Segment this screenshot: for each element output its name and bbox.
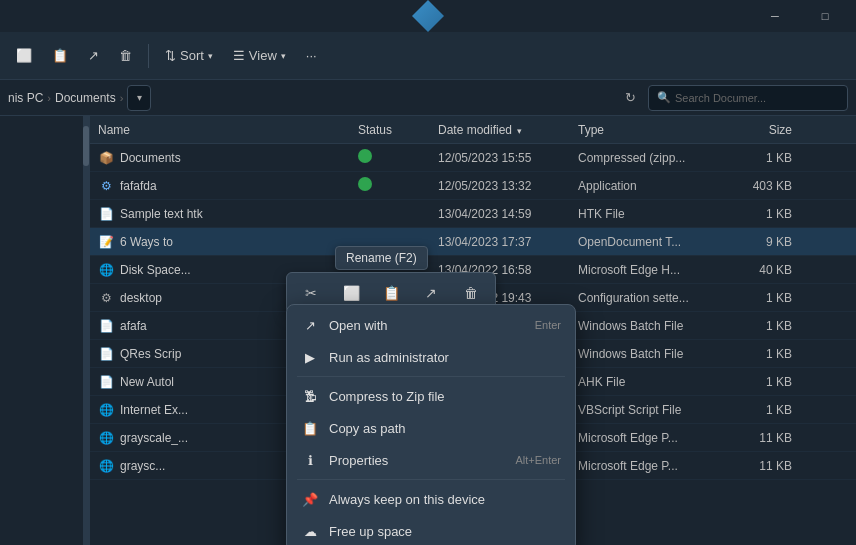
context-item-shortcut: Enter — [535, 319, 561, 331]
view-label: View — [249, 48, 277, 63]
context-item-label: Compress to Zip file — [329, 389, 445, 404]
refresh-icon: ↻ — [625, 90, 636, 105]
toolbar-separator — [148, 44, 149, 68]
copy-icon: ⬜ — [16, 48, 32, 63]
sort-icon: ⇅ — [165, 48, 176, 63]
context-item-label: Open with — [329, 318, 388, 333]
context-menu-item[interactable]: ℹPropertiesAlt+Enter — [287, 444, 575, 476]
context-menu: ↗Open withEnter▶Run as administrator🗜Com… — [286, 304, 576, 545]
context-item-label: Free up space — [329, 524, 412, 539]
paste-icon: 📋 — [52, 48, 68, 63]
sidebar — [0, 116, 90, 545]
file-list: Name Status Date modified ▾ Type Size 📦D… — [90, 116, 856, 545]
context-item-icon: ▶ — [301, 348, 319, 366]
breadcrumb-sep-1: › — [47, 92, 51, 104]
breadcrumb-sep-2: › — [120, 92, 124, 104]
more-label: ··· — [306, 48, 317, 63]
titlebar-icon-area — [412, 0, 444, 32]
minimize-button[interactable]: ─ — [752, 0, 798, 32]
search-placeholder-text: Search Documer... — [675, 92, 766, 104]
delete-toolbar-button[interactable]: 🗑 — [111, 42, 140, 69]
breadcrumb-bar: nis PC › Documents › ▾ ↻ 🔍 Search Docume… — [0, 80, 856, 116]
view-icon: ☰ — [233, 48, 245, 63]
context-menu-item[interactable]: ☁Free up space — [287, 515, 575, 545]
titlebar: ─ □ — [0, 0, 856, 32]
delete-icon: 🗑 — [119, 48, 132, 63]
search-icon: 🔍 — [657, 91, 671, 104]
share-toolbar-button[interactable]: ↗ — [80, 42, 107, 69]
context-item-label: Properties — [329, 453, 388, 468]
context-item-label: Always keep on this device — [329, 492, 485, 507]
context-item-icon: 📋 — [301, 419, 319, 437]
context-item-icon: 📌 — [301, 490, 319, 508]
rename-tooltip: Rename (F2) — [335, 246, 428, 270]
refresh-button[interactable]: ↻ — [616, 84, 644, 112]
context-menu-item[interactable]: ▶Run as administrator — [287, 341, 575, 373]
main-area: Name Status Date modified ▾ Type Size 📦D… — [0, 116, 856, 545]
more-options-button[interactable]: ··· — [298, 42, 325, 69]
context-item-icon: ↗ — [301, 316, 319, 334]
sort-chevron-icon: ▾ — [208, 51, 213, 61]
context-menu-item[interactable]: ↗Open withEnter — [287, 309, 575, 341]
sidebar-scrollbar-thumb — [83, 126, 89, 166]
context-item-label: Run as administrator — [329, 350, 449, 365]
toolbar: ⬜ 📋 ↗ 🗑 ⇅ Sort ▾ ☰ View ▾ ··· — [0, 32, 856, 80]
view-chevron-icon: ▾ — [281, 51, 286, 61]
context-menu-item[interactable]: 📌Always keep on this device — [287, 483, 575, 515]
view-button[interactable]: ☰ View ▾ — [225, 42, 294, 69]
rename-tooltip-text: Rename (F2) — [346, 251, 417, 265]
context-menu-separator — [297, 479, 565, 480]
sort-label: Sort — [180, 48, 204, 63]
context-menu-overlay: Rename (F2) ✂ ⬜ 📋 ↗ 🗑 ↗Open withEnter▶Ru… — [90, 116, 856, 545]
context-item-label: Copy as path — [329, 421, 406, 436]
breadcrumb-documents[interactable]: Documents — [55, 91, 116, 105]
breadcrumb-pc[interactable]: nis PC — [8, 91, 43, 105]
breadcrumb-dropdown[interactable]: ▾ — [127, 85, 151, 111]
maximize-button[interactable]: □ — [802, 0, 848, 32]
context-item-shortcut: Alt+Enter — [515, 454, 561, 466]
paste-toolbar-button[interactable]: 📋 — [44, 42, 76, 69]
context-item-icon: 🗜 — [301, 387, 319, 405]
context-menu-item[interactable]: 🗜Compress to Zip file — [287, 380, 575, 412]
app-icon — [412, 0, 444, 32]
context-item-icon: ☁ — [301, 522, 319, 540]
sidebar-scrollbar[interactable] — [83, 116, 89, 545]
copy-toolbar-button[interactable]: ⬜ — [8, 42, 40, 69]
context-menu-item[interactable]: 📋Copy as path — [287, 412, 575, 444]
sort-button[interactable]: ⇅ Sort ▾ — [157, 42, 221, 69]
context-item-icon: ℹ — [301, 451, 319, 469]
share-icon: ↗ — [88, 48, 99, 63]
search-input[interactable]: 🔍 Search Documer... — [648, 85, 848, 111]
context-menu-separator — [297, 376, 565, 377]
